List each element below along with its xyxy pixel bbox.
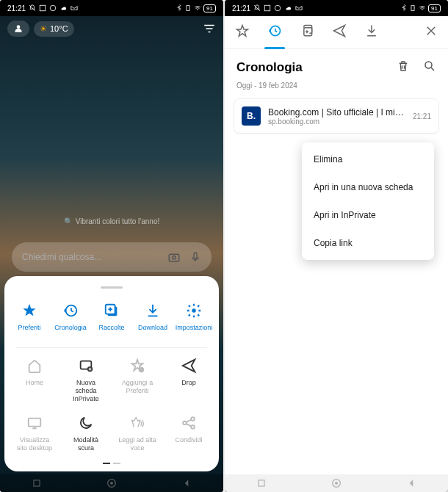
- svg-point-1: [50, 5, 56, 11]
- cloud-icon: [59, 4, 67, 12]
- svg-point-3: [17, 25, 21, 29]
- menu-item-elimina[interactable]: Elimina: [302, 145, 434, 173]
- android-navbar: [225, 474, 448, 492]
- mic-icon[interactable]: [189, 250, 201, 264]
- collections-icon: [104, 303, 120, 319]
- wallpaper-caption: 🔍Vibranti colori tutto l'anno!: [0, 217, 223, 225]
- menu-item-inprivate[interactable]: Apri in InPrivate: [302, 201, 434, 229]
- status-bar: 21:21 91: [225, 0, 448, 16]
- history-icon: [62, 303, 79, 319]
- history-url: sp.booking.com: [268, 117, 405, 126]
- settings-icon: [186, 303, 202, 319]
- left-screenshot: 21:21 91 ☀ 10°C 🔍Vibranti col: [0, 0, 223, 492]
- download-icon: [145, 303, 161, 319]
- wifi-icon: [194, 4, 201, 12]
- header: Cronologia: [225, 49, 448, 82]
- sheet-item-addfav[interactable]: Aggiungi a Preferiti: [117, 357, 158, 402]
- date-header: Oggi - 19 feb 2024: [225, 82, 448, 95]
- collections-icon: [300, 23, 314, 38]
- history-item[interactable]: B. Booking.com | Sito ufficiale | I migl…: [234, 98, 439, 134]
- sheet-item-dark[interactable]: Modalità scura: [65, 414, 106, 452]
- tab-bar: [225, 16, 448, 49]
- tab-collections[interactable]: [300, 23, 314, 41]
- tab-downloads[interactable]: [364, 23, 379, 41]
- close-button[interactable]: [424, 24, 438, 40]
- close-icon: [424, 24, 438, 37]
- svg-rect-14: [29, 419, 41, 427]
- back-icon[interactable]: [181, 478, 192, 488]
- svg-point-20: [110, 482, 113, 485]
- recents-icon[interactable]: [256, 478, 267, 488]
- star-icon: [235, 23, 250, 38]
- search-button[interactable]: [423, 59, 436, 76]
- bluetooth-icon: [401, 4, 407, 12]
- svg-rect-6: [194, 253, 197, 258]
- sheet-item-desktop[interactable]: Visualizza sito desktop: [14, 414, 55, 452]
- home-nav-icon[interactable]: [106, 477, 118, 489]
- tab-drop[interactable]: [332, 23, 347, 41]
- back-icon[interactable]: [406, 478, 416, 488]
- sheet-row-3: Visualizza sito desktop Modalità scura L…: [9, 408, 214, 458]
- vibrate-icon: [184, 4, 192, 12]
- trash-icon: [397, 59, 410, 73]
- sheet-item-cronologia[interactable]: Cronologia: [50, 302, 91, 339]
- download-icon: [364, 23, 379, 38]
- svg-point-22: [275, 5, 281, 11]
- menu-item-nuova-scheda[interactable]: Apri in una nuova scheda: [302, 173, 434, 201]
- tab-history[interactable]: [267, 23, 282, 41]
- status-bar: 21:21 91: [0, 0, 223, 16]
- star-icon: [21, 303, 37, 319]
- delete-all-button[interactable]: [397, 59, 410, 76]
- svg-point-5: [173, 256, 176, 260]
- home-icon: [26, 358, 43, 374]
- battery-indicator: 91: [203, 4, 216, 12]
- read-aloud-icon: [129, 415, 145, 431]
- weather-icon: ☀: [40, 24, 47, 34]
- search-placeholder: Chiedimi qualcosa...: [22, 252, 167, 262]
- sheet-item-drop[interactable]: Drop: [168, 357, 209, 402]
- battery-indicator: 91: [428, 4, 441, 12]
- cloud-icon: [284, 4, 292, 12]
- svg-rect-23: [411, 6, 414, 11]
- bell-off-icon: [29, 4, 36, 12]
- sheet-item-raccolte[interactable]: Raccolte: [91, 302, 132, 339]
- sheet-item-download[interactable]: Download: [132, 302, 173, 339]
- sheet-item-share[interactable]: Condividi: [168, 414, 209, 452]
- history-title: Booking.com | Sito ufficiale | I miglior…: [268, 107, 405, 117]
- menu-item-copia[interactable]: Copia link: [302, 229, 434, 257]
- svg-point-29: [335, 482, 338, 485]
- favicon: B.: [242, 106, 261, 126]
- home-nav-icon[interactable]: [330, 477, 342, 489]
- history-screen: Cronologia Oggi - 19 feb 2024 B. Booking…: [225, 16, 448, 474]
- weather-widget[interactable]: ☀ 10°C: [34, 21, 74, 37]
- camera-icon[interactable]: [167, 250, 181, 264]
- sheet-item-home[interactable]: Home: [14, 357, 55, 402]
- tab-favorites[interactable]: [235, 23, 250, 41]
- recents-icon[interactable]: [32, 478, 42, 488]
- sheet-handle[interactable]: [101, 286, 123, 289]
- sheet-row-1: Preferiti Cronologia Raccolte Download I…: [9, 296, 214, 344]
- person-icon: [13, 23, 24, 34]
- filter-icon[interactable]: [203, 22, 216, 35]
- vibrate-icon: [409, 4, 416, 12]
- weather-temp: 10°C: [50, 24, 68, 33]
- sheet-item-read[interactable]: Leggi ad alta voce: [117, 414, 158, 452]
- svg-rect-21: [264, 5, 270, 11]
- sheet-item-inprivate[interactable]: Nuova scheda InPrivate: [65, 357, 106, 402]
- bluetooth-icon: [176, 4, 182, 12]
- bell-off-icon: [253, 4, 261, 12]
- profile-button[interactable]: [7, 21, 29, 37]
- android-navbar: [0, 474, 223, 492]
- search-icon: [423, 59, 436, 73]
- svg-rect-4: [169, 254, 179, 261]
- right-screenshot: 21:21 91 Cronologia O: [225, 0, 448, 492]
- search-box[interactable]: Chiedimi qualcosa...: [12, 242, 212, 272]
- svg-point-13: [139, 367, 144, 372]
- gmail-icon: [295, 4, 303, 12]
- page-title: Cronologia: [236, 60, 383, 75]
- svg-rect-18: [34, 480, 40, 486]
- add-star-icon: [129, 358, 145, 374]
- sheet-item-preferiti[interactable]: Preferiti: [9, 302, 50, 339]
- sheet-item-impostazioni[interactable]: Impostazioni: [173, 302, 214, 339]
- whatsapp-icon: [274, 4, 281, 12]
